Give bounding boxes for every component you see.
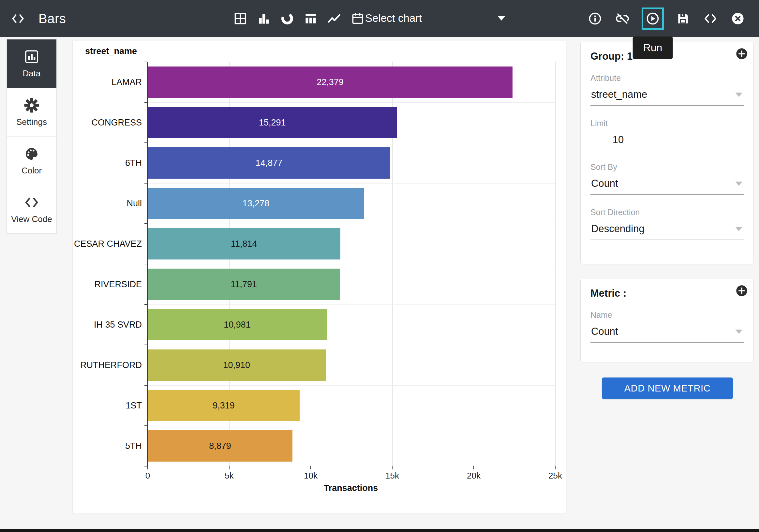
gridline bbox=[148, 102, 555, 103]
sidebar-item-label: Color bbox=[21, 166, 42, 176]
sort-direction-label: Sort Direction bbox=[590, 208, 744, 217]
bar-cesar-chavez: 11,814 bbox=[148, 228, 340, 259]
group-panel: Group: 1 Attribute street_name Limit Sor… bbox=[580, 42, 754, 264]
app-window: Bars Select chart bbox=[0, 0, 759, 532]
sidebar-item-color[interactable]: Color bbox=[7, 136, 57, 185]
pivot-table-icon[interactable] bbox=[302, 11, 319, 27]
metric-name-select[interactable]: Count bbox=[590, 320, 744, 343]
gridline bbox=[148, 183, 555, 183]
palette-icon bbox=[24, 146, 39, 162]
sidebar-item-view-code[interactable]: View Code bbox=[7, 185, 57, 233]
sort-direction-select[interactable]: Descending bbox=[590, 217, 744, 240]
add-metric-plus-button[interactable] bbox=[735, 284, 748, 297]
run-tooltip: Run bbox=[633, 36, 673, 59]
chart-type-toolbar bbox=[232, 0, 366, 37]
x-axis-tick-label: 10k bbox=[304, 471, 318, 481]
y-axis-tick bbox=[144, 304, 147, 305]
bar-value-label: 9,319 bbox=[213, 400, 235, 411]
metric-name-value: Count bbox=[591, 326, 618, 337]
sort-direction-value: Descending bbox=[591, 223, 645, 235]
x-axis-tick-label: 5k bbox=[225, 471, 233, 481]
y-axis-tick bbox=[144, 264, 147, 264]
bar-chart-icon[interactable] bbox=[256, 11, 272, 27]
sidebar-item-label: Data bbox=[23, 68, 41, 79]
gridline bbox=[148, 62, 555, 62]
select-chart-dropdown[interactable]: Select chart bbox=[365, 8, 508, 29]
bar-rutherford: 10,910 bbox=[148, 350, 326, 381]
chevron-down-icon bbox=[735, 93, 742, 97]
bar-5th: 8,879 bbox=[148, 430, 293, 462]
y-axis-tick bbox=[144, 183, 147, 183]
gridline bbox=[148, 143, 555, 143]
gear-icon bbox=[24, 97, 39, 113]
gridline bbox=[148, 426, 555, 426]
x-axis-tick bbox=[555, 466, 556, 470]
add-new-metric-button[interactable]: ADD NEW METRIC bbox=[602, 377, 733, 399]
bar-value-label: 10,910 bbox=[223, 360, 250, 370]
sort-by-label: Sort By bbox=[590, 162, 744, 172]
bar-value-label: 22,379 bbox=[317, 77, 344, 87]
plus-circle-icon bbox=[735, 284, 748, 297]
select-chart-label: Select chart bbox=[365, 12, 422, 24]
gridline bbox=[148, 224, 555, 224]
code-icon[interactable] bbox=[10, 11, 26, 27]
info-icon[interactable] bbox=[587, 11, 603, 27]
code-icon[interactable] bbox=[702, 11, 719, 27]
sidebar: Data Settings Color View Code bbox=[7, 39, 57, 234]
play-circle-icon[interactable] bbox=[645, 11, 661, 27]
topbar-actions: Run bbox=[587, 0, 746, 37]
link-off-icon[interactable] bbox=[614, 11, 630, 27]
attribute-label: Attribute bbox=[590, 73, 744, 83]
category-label: LAMAR bbox=[73, 77, 142, 88]
bar-value-label: 14,877 bbox=[256, 158, 283, 168]
metric-panel: Metric : Name Count bbox=[580, 279, 754, 362]
x-axis-tick bbox=[229, 466, 229, 470]
line-chart-icon[interactable] bbox=[326, 11, 342, 27]
y-axis-tick bbox=[144, 61, 147, 62]
chart-title: street_name bbox=[85, 46, 137, 57]
topbar-left: Bars bbox=[10, 0, 66, 37]
x-axis-tick-label: 25k bbox=[548, 471, 562, 481]
bar-value-label: 11,791 bbox=[230, 279, 257, 289]
x-axis-tick-label: 20k bbox=[467, 471, 481, 481]
chevron-down-icon bbox=[498, 16, 505, 20]
save-icon[interactable] bbox=[675, 11, 691, 27]
sidebar-item-label: View Code bbox=[11, 214, 52, 224]
bar-value-label: 15,291 bbox=[259, 118, 286, 128]
attribute-value: street_name bbox=[591, 89, 647, 100]
category-label: RIVERSIDE bbox=[73, 279, 142, 290]
add-group-button[interactable] bbox=[735, 47, 748, 60]
bar-value-label: 10,981 bbox=[224, 320, 251, 330]
calendar-icon[interactable] bbox=[349, 11, 366, 27]
grid-chart-icon[interactable] bbox=[232, 11, 249, 27]
sidebar-item-label: Settings bbox=[16, 117, 47, 127]
category-label: CESAR CHAVEZ bbox=[73, 238, 142, 249]
sidebar-item-data[interactable]: Data bbox=[7, 39, 57, 88]
x-axis-tick-label: 15k bbox=[385, 471, 399, 481]
code-icon bbox=[24, 195, 39, 210]
limit-input[interactable] bbox=[590, 130, 646, 149]
category-label: CONGRESS bbox=[73, 117, 142, 128]
sort-by-select[interactable]: Count bbox=[590, 172, 744, 195]
sort-by-value: Count bbox=[591, 178, 618, 189]
y-axis-tick bbox=[144, 223, 147, 224]
bar-riverside: 11,791 bbox=[148, 269, 340, 300]
attribute-select[interactable]: street_name bbox=[590, 83, 744, 106]
gridline bbox=[148, 345, 555, 345]
bar-lamar: 22,379 bbox=[148, 66, 512, 98]
chevron-down-icon bbox=[735, 329, 742, 334]
close-icon[interactable] bbox=[730, 11, 746, 27]
sidebar-item-settings[interactable]: Settings bbox=[7, 88, 57, 136]
bar-value-label: 13,278 bbox=[243, 199, 270, 209]
y-axis-tick bbox=[144, 466, 147, 467]
category-label: RUTHERFORD bbox=[73, 360, 142, 371]
donut-chart-icon[interactable] bbox=[279, 11, 296, 27]
gridline bbox=[148, 264, 555, 264]
topbar: Bars Select chart bbox=[0, 0, 759, 37]
chevron-down-icon bbox=[735, 227, 742, 231]
category-label: 6TH bbox=[73, 157, 142, 169]
bottom-strip bbox=[0, 529, 759, 532]
category-label: 5TH bbox=[73, 440, 142, 451]
metric-name-label: Name bbox=[590, 310, 744, 320]
gridline bbox=[148, 466, 555, 466]
